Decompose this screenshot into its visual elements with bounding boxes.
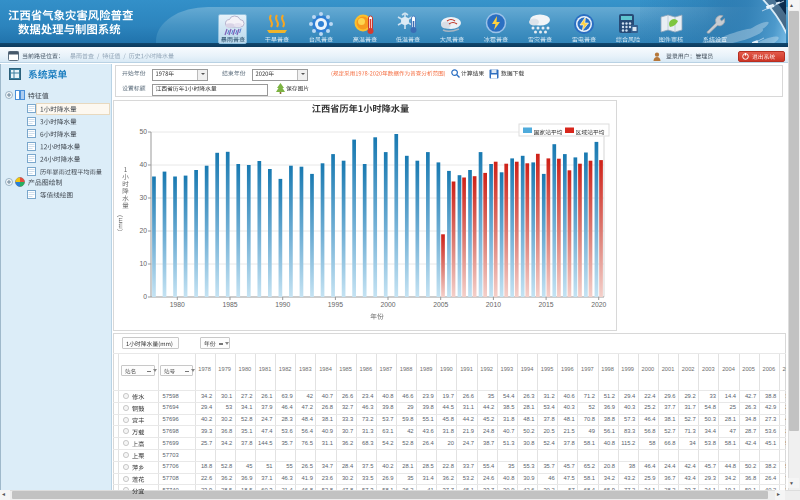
svg-text:1985: 1985 — [222, 301, 237, 308]
svg-text:2005: 2005 — [433, 301, 448, 308]
svg-text:0: 0 — [143, 293, 147, 300]
svg-text:40: 40 — [139, 161, 147, 168]
svg-text:2020: 2020 — [591, 301, 606, 308]
svg-text:50: 50 — [139, 128, 147, 135]
svg-text:30: 30 — [139, 194, 147, 201]
svg-text:1990: 1990 — [275, 301, 290, 308]
svg-text:1995: 1995 — [327, 301, 342, 308]
svg-text:2015: 2015 — [538, 301, 553, 308]
svg-text:2010: 2010 — [485, 301, 500, 308]
svg-text:2000: 2000 — [380, 301, 395, 308]
svg-text:10: 10 — [139, 260, 147, 267]
svg-text:20: 20 — [139, 227, 147, 234]
svg-text:1980: 1980 — [169, 301, 184, 308]
